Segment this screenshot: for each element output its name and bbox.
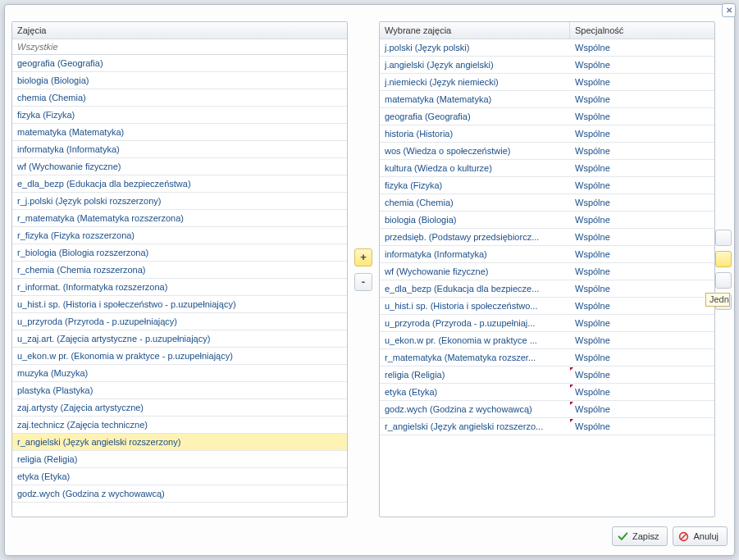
table-row[interactable]: kultura (Wiedza o kulturze)Wspólne (380, 160, 714, 177)
list-item[interactable]: r_chemia (Chemia rozszerzona) (12, 262, 347, 279)
list-item[interactable]: r_matematyka (Matematyka rozszerzona) (12, 210, 347, 227)
available-grid-body[interactable]: geografia (Geografia)biologia (Biologia)… (12, 55, 347, 517)
table-row[interactable]: j.polski (Język polski)Wspólne (380, 39, 714, 57)
subject-cell: u_przyroda (Przyroda - p.uzupełniaj... (380, 316, 570, 330)
list-item[interactable]: wf (Wychowanie fizyczne) (12, 158, 347, 175)
subject-cell: chemia (Chemia) (380, 195, 570, 210)
list-item[interactable]: zaj.artysty (Zajęcia artystyczne) (12, 399, 347, 417)
spec-cell: Wspólne (570, 264, 714, 279)
table-row[interactable]: godz.wych (Godzina z wychowawcą)Wspólne (380, 401, 714, 418)
list-item[interactable]: chemia (Chemia) (12, 89, 347, 107)
table-row[interactable]: u_ekon.w pr. (Ekonomia w praktyce ...Wsp… (380, 332, 714, 349)
list-item[interactable]: fizyka (Fizyka) (12, 107, 347, 124)
table-row[interactable]: wos (Wiedza o społeczeństwie)Wspólne (380, 143, 714, 160)
list-item[interactable]: etyka (Etyka) (12, 468, 347, 485)
spec-cell: Wspólne (570, 367, 714, 382)
table-row[interactable]: r_matematyka (Matematyka rozszer...Wspól… (380, 349, 714, 367)
list-item-label: r_chemia (Chemia rozszerzona) (12, 262, 347, 277)
subject-cell: etyka (Etyka) (380, 385, 570, 399)
spec-cell: Wspólne (570, 126, 714, 141)
spec-cell: Wspólne (570, 333, 714, 348)
save-button[interactable]: Zapisz (612, 526, 668, 546)
available-filter-row (12, 39, 347, 55)
table-row[interactable]: e_dla_bezp (Edukacja dla bezpiecze...Wsp… (380, 280, 714, 298)
list-item-label: zaj.artysty (Zajęcia artystyczne) (12, 400, 347, 415)
list-item[interactable]: matematyka (Matematyka) (12, 124, 347, 141)
move-top-button[interactable] (715, 230, 732, 246)
list-item-label: biologia (Biologia) (12, 73, 347, 88)
transfer-buttons: + - (348, 21, 379, 517)
list-item-label: chemia (Chemia) (12, 90, 347, 105)
list-item[interactable]: r_angielski (Język angielski rozszerzony… (12, 434, 347, 451)
minus-icon: - (362, 275, 365, 288)
selected-header-subject[interactable]: Wybrane zajęcia (380, 22, 570, 39)
table-row[interactable]: matematyka (Matematyka)Wspólne (380, 91, 714, 108)
subject-cell: j.angielski (Język angielski) (380, 57, 570, 72)
table-row[interactable]: u_hist.i sp. (Historia i społeczeństwo..… (380, 298, 714, 315)
table-row[interactable]: etyka (Etyka)Wspólne (380, 384, 714, 401)
add-button[interactable]: + (354, 248, 372, 266)
list-item-label: u_przyroda (Przyroda - p.uzupełniający) (12, 314, 347, 329)
list-item[interactable]: religia (Religia) (12, 451, 347, 468)
spec-cell: Wspólne (570, 40, 714, 55)
cancel-button[interactable]: Anuluj (673, 526, 728, 546)
spec-cell: Wspólne (570, 230, 714, 244)
table-row[interactable]: j.angielski (Język angielski)Wspólne (380, 57, 714, 74)
table-row[interactable]: geografia (Geografia)Wspólne (380, 108, 714, 125)
move-up-button[interactable] (715, 251, 732, 267)
list-item-label: r_angielski (Język angielski rozszerzony… (12, 435, 347, 449)
remove-button[interactable]: - (354, 273, 372, 291)
spec-cell: Wspólne (570, 212, 714, 227)
list-item[interactable]: u_zaj.art. (Zajęcia artystyczne - p.uzup… (12, 330, 347, 348)
svg-line-1 (682, 534, 687, 540)
subject-cell: u_hist.i sp. (Historia i społeczeństwo..… (380, 298, 570, 313)
list-item[interactable]: r_informat. (Informatyka rozszerzona) (12, 279, 347, 296)
table-row[interactable]: informatyka (Informatyka)Wspólne (380, 246, 714, 263)
table-row[interactable]: religia (Religia)Wspólne (380, 367, 714, 384)
table-row[interactable]: przedsięb. (Podstawy przedsiębiorcz...Ws… (380, 229, 714, 246)
table-row[interactable]: wf (Wychowanie fizyczne)Wspólne (380, 263, 714, 280)
list-item-label: u_zaj.art. (Zajęcia artystyczne - p.uzup… (12, 331, 347, 346)
list-item[interactable]: biologia (Biologia) (12, 72, 347, 89)
available-filter-input[interactable] (16, 41, 344, 52)
table-row[interactable]: historia (Historia)Wspólne (380, 125, 714, 143)
available-header-row: Zajęcia (12, 22, 347, 39)
subject-cell: e_dla_bezp (Edukacja dla bezpiecze... (380, 281, 570, 296)
close-button[interactable]: ✕ (722, 3, 736, 17)
list-item[interactable]: plastyka (Plastyka) (12, 382, 347, 399)
spec-cell: Wspólne (570, 109, 714, 124)
list-item[interactable]: informatyka (Informatyka) (12, 141, 347, 158)
list-item-label: religia (Religia) (12, 452, 347, 467)
list-item-label: e_dla_bezp (Edukacja dla bezpieczeństwa) (12, 176, 347, 191)
subject-cell: geografia (Geografia) (380, 109, 570, 124)
list-item[interactable]: muzyka (Muzyka) (12, 365, 347, 382)
table-row[interactable]: biologia (Biologia)Wspólne (380, 212, 714, 229)
table-row[interactable]: fizyka (Fizyka)Wspólne (380, 177, 714, 194)
selected-header-spec[interactable]: Specjalność (570, 22, 714, 39)
available-header[interactable]: Zajęcia (12, 22, 347, 39)
list-item[interactable]: u_ekon.w pr. (Ekonomia w praktyce - p.uz… (12, 348, 347, 365)
move-down-button[interactable] (715, 272, 732, 289)
spec-cell: Wspólne (570, 75, 714, 89)
selected-grid-body[interactable]: j.polski (Język polski)Wspólnej.angielsk… (380, 39, 714, 517)
list-item-label: plastyka (Plastyka) (12, 383, 347, 398)
table-row[interactable]: j.niemiecki (Język niemiecki)Wspólne (380, 74, 714, 91)
list-item[interactable]: u_hist.i sp. (Historia i społeczeństwo -… (12, 296, 347, 313)
list-item[interactable]: r_j.polski (Język polski rozszerzony) (12, 193, 347, 210)
subject-cell: wf (Wychowanie fizyczne) (380, 264, 570, 279)
subject-cell: religia (Religia) (380, 367, 570, 382)
list-item[interactable]: u_przyroda (Przyroda - p.uzupełniający) (12, 313, 347, 330)
table-row[interactable]: u_przyroda (Przyroda - p.uzupełniaj...Ws… (380, 315, 714, 332)
list-item[interactable]: godz.wych (Godzina z wychowawcą) (12, 485, 347, 503)
table-row[interactable]: chemia (Chemia)Wspólne (380, 194, 714, 212)
list-item[interactable]: r_biologia (Biologia rozszerzona) (12, 244, 347, 262)
table-row[interactable]: r_angielski (Język angielski rozszerzo..… (380, 418, 714, 435)
list-item[interactable]: e_dla_bezp (Edukacja dla bezpieczeństwa) (12, 175, 347, 193)
list-item[interactable]: zaj.technicz (Zajęcia techniczne) (12, 417, 347, 434)
spec-cell: Wspólne (570, 350, 714, 365)
spec-cell: Wspólne (570, 57, 714, 72)
list-item-label: zaj.technicz (Zajęcia techniczne) (12, 417, 347, 432)
list-item[interactable]: geografia (Geografia) (12, 55, 347, 72)
list-item[interactable]: r_fizyka (Fizyka rozszerzona) (12, 227, 347, 244)
list-item-label: u_hist.i sp. (Historia i społeczeństwo -… (12, 297, 347, 312)
